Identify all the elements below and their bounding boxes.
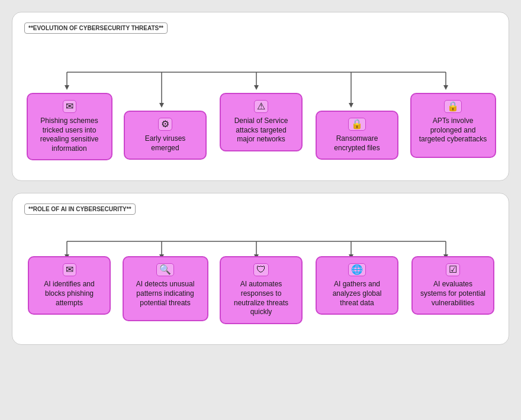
envelope-icon: ✉	[63, 100, 76, 113]
ai-automate-text: AI automates responses to neutralize thr…	[228, 280, 294, 316]
bottom-diagram-title: **ROLE OF AI IN CYBERSECURITY**	[24, 203, 136, 215]
phishing-text: Phishing schemes tricked users into reve…	[35, 117, 104, 153]
ai-anomaly-text: AI detects unusual patterns indicating p…	[131, 280, 200, 308]
dos-text: Denial of Service attacks targeted major…	[228, 117, 294, 144]
apts-text: APTs involve prolonged and targeted cybe…	[419, 117, 488, 144]
node-ai-phishing: ✉ AI identifies and blocks phishing atte…	[24, 232, 114, 324]
ai-data-text: AI gathers and analyzes global threat da…	[324, 280, 390, 308]
search-icon: 🔍	[156, 263, 174, 276]
warning-icon: ⚠	[254, 100, 268, 113]
node-ransomware: 🔒 Ransomware encrypted files	[312, 57, 402, 160]
envelope2-icon: ✉	[63, 263, 76, 276]
lock2-icon: 🔒	[444, 100, 462, 113]
ai-phishing-text: AI identifies and blocks phishing attemp…	[36, 280, 102, 308]
node-ai-data: 🌐 AI gathers and analyzes global threat …	[312, 232, 402, 324]
ransomware-text: Ransomware encrypted files	[324, 134, 390, 153]
node-ai-evaluate: ☑ AI evaluates systems for potential vul…	[408, 232, 498, 324]
node-ai-anomaly: 🔍 AI detects unusual patterns indicating…	[120, 232, 210, 324]
bug-icon: ⚙	[158, 118, 172, 131]
node-phishing: ✉ Phishing schemes tricked users into re…	[24, 57, 114, 160]
ai-evaluate-text: AI evaluates systems for potential vulne…	[420, 280, 486, 308]
node-viruses: ⚙ Early viruses emerged	[120, 57, 210, 160]
node-ai-automate: 🛡 AI automates responses to neutralize t…	[216, 232, 306, 324]
node-dos: ⚠ Denial of Service attacks targeted maj…	[216, 57, 306, 160]
top-diagram-title: **EVOLUTION OF CYBERSECURITY THREATS**	[24, 22, 168, 34]
viruses-text: Early viruses emerged	[132, 134, 198, 153]
checkbox-icon: ☑	[446, 263, 460, 276]
top-diagram: **EVOLUTION OF CYBERSECURITY THREATS** ✉	[12, 12, 509, 181]
bottom-diagram: **ROLE OF AI IN CYBERSECURITY** ✉ AI ide…	[12, 193, 509, 344]
globe-icon: 🌐	[348, 263, 366, 276]
lock-icon: 🔒	[348, 118, 366, 131]
node-apts: 🔒 APTs involve prolonged and targeted cy…	[408, 57, 498, 160]
shield-icon: 🛡	[253, 263, 269, 276]
